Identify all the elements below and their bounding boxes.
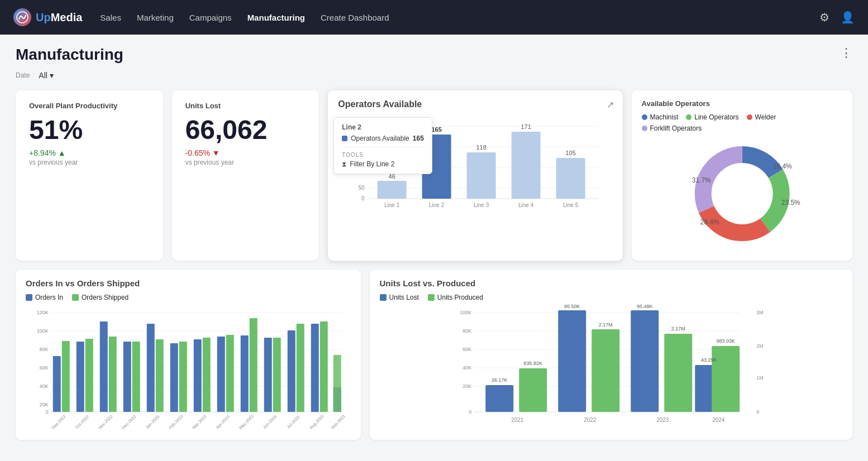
svg-text:100K: 100K <box>460 310 471 315</box>
units-lost-card: Units Lost 66,062 -0.65% ▼ vs previous y… <box>172 90 319 261</box>
settings-icon[interactable]: ⚙ <box>819 11 829 24</box>
svg-rect-35 <box>53 356 61 412</box>
productivity-sub: vs previous year <box>29 159 150 166</box>
units-lost-produced-title: Units Lost vs. Produced <box>380 278 843 288</box>
bar-group-nov2022: Nov-2022 <box>97 321 116 430</box>
orders-shipped-label: Orders Shipped <box>82 294 128 301</box>
forklift-label: Forklift Operators <box>650 124 702 132</box>
svg-text:26.17K: 26.17K <box>491 377 507 383</box>
bar-line4[interactable] <box>512 132 541 199</box>
units-lost-produced-legend: Units Lost Units Produced <box>380 294 843 301</box>
svg-rect-96 <box>558 310 586 412</box>
page-title: Manufacturing <box>16 46 123 64</box>
legend-orders-in: Orders In <box>26 294 63 301</box>
svg-text:95.48K: 95.48K <box>636 304 652 309</box>
svg-rect-44 <box>123 342 131 412</box>
svg-text:3M: 3M <box>756 310 764 315</box>
orders-legend: Orders In Orders Shipped <box>26 294 351 301</box>
page-menu-icon[interactable]: ⋮ <box>840 46 852 60</box>
filter-value[interactable]: All ▾ <box>39 71 54 80</box>
units-bar-chart-svg: 100K 80K 60K 40K 20K 0 3M 2M 1M 0 <box>380 306 843 429</box>
svg-text:40K: 40K <box>40 383 49 389</box>
filter-icon: ⧗ <box>342 160 346 168</box>
nav-manufacturing[interactable]: Manufacturing <box>247 13 305 22</box>
svg-text:95.50K: 95.50K <box>564 304 580 309</box>
bar-group-2024: 43.29K 983.03K 2024 <box>695 338 740 423</box>
svg-text:Sep-2023: Sep-2023 <box>330 414 346 430</box>
nav-create-dashboard[interactable]: Create Dashboard <box>321 13 389 22</box>
bar-group-jan2023: Jan-2023 <box>145 324 164 430</box>
expand-icon[interactable]: ↗ <box>607 99 614 110</box>
svg-rect-51 <box>179 342 187 412</box>
bar-group-sep2022: Sep-2022 <box>50 341 69 430</box>
orders-shipped-sq <box>72 294 79 301</box>
orders-in-label: Orders In <box>35 294 63 301</box>
svg-text:Line 3: Line 3 <box>474 202 489 208</box>
productivity-delta: +8.94% ▲ <box>29 148 150 157</box>
tooltip-legend-row: Operators Available 165 <box>342 135 424 142</box>
donut-legend: Machinist Line Operators Welder Forklift… <box>642 113 842 132</box>
bar-line1[interactable] <box>378 181 407 199</box>
svg-rect-39 <box>85 339 93 412</box>
nav-sales[interactable]: Sales <box>100 13 121 22</box>
svg-text:2024: 2024 <box>712 417 725 423</box>
svg-rect-59 <box>241 335 249 412</box>
tooltip-tools: TOOLS ⧗ Filter By Line 2 <box>342 147 424 168</box>
welder-dot <box>747 114 752 120</box>
svg-rect-69 <box>320 321 328 412</box>
bar-group-may2023: May-2023 <box>238 318 257 430</box>
svg-text:Line 5: Line 5 <box>563 202 579 208</box>
legend-forklift: Forklift Operators <box>642 124 702 132</box>
nav-marketing[interactable]: Marketing <box>137 13 174 22</box>
svg-text:Jan-2023: Jan-2023 <box>145 414 160 430</box>
svg-rect-91 <box>485 385 513 412</box>
machinist-dot <box>642 114 647 120</box>
svg-rect-54 <box>203 338 211 412</box>
svg-rect-97 <box>592 329 619 412</box>
svg-text:165: 165 <box>432 126 442 133</box>
units-produced-sq <box>428 294 435 301</box>
svg-text:Dec-2022: Dec-2022 <box>121 414 137 430</box>
units-lost-value: 66,062 <box>185 116 306 145</box>
line-operators-label: Line Operators <box>694 113 738 121</box>
units-lost-sq <box>380 294 387 301</box>
orders-in-sq <box>26 294 32 301</box>
svg-rect-66 <box>297 324 304 412</box>
svg-text:Apr-2023: Apr-2023 <box>215 414 231 430</box>
bar-group-aug2023: Aug-2023 <box>308 321 327 430</box>
svg-text:0: 0 <box>361 195 365 201</box>
line-operators-dot <box>686 114 691 120</box>
bar-line3[interactable] <box>467 152 496 199</box>
svg-text:1M: 1M <box>756 375 764 381</box>
tooltip-legend-label: Operators Available <box>351 135 409 142</box>
machinist-label: Machinist <box>650 113 679 121</box>
bar-group-mar2023: Mar-2023 <box>191 338 210 430</box>
user-icon[interactable]: 👤 <box>841 11 855 24</box>
svg-text:171: 171 <box>521 123 531 130</box>
svg-rect-42 <box>109 337 117 412</box>
logo[interactable]: UpMedia <box>13 8 82 26</box>
bar-line5[interactable] <box>556 158 585 199</box>
units-lost-produced-card: Units Lost vs. Produced Units Lost Units… <box>370 270 853 440</box>
svg-text:43.29K: 43.29K <box>700 357 717 363</box>
svg-rect-101 <box>631 310 659 412</box>
svg-text:2.17M: 2.17M <box>598 322 612 328</box>
filter-row: Date All ▾ <box>16 70 852 80</box>
bar-group-oct2022: Oct-2022 <box>74 339 93 430</box>
nav-campaigns[interactable]: Campaigns <box>189 13 232 22</box>
operators-available-card: Operators Available ↗ Line 2 Operators A… <box>328 90 622 261</box>
filter-label-text: Filter By Line 2 <box>350 160 394 168</box>
filter-tool-row[interactable]: ⧗ Filter By Line 2 <box>342 160 424 168</box>
svg-rect-102 <box>664 334 692 412</box>
svg-text:80K: 80K <box>462 328 471 334</box>
svg-rect-45 <box>132 342 140 412</box>
tooltip-dot <box>342 136 347 141</box>
tooltip-legend-value: 165 <box>413 135 424 142</box>
nav-links: Sales Marketing Campaigns Manufacturing … <box>100 13 802 22</box>
operators-tooltip: Line 2 Operators Available 165 TOOLS ⧗ F… <box>333 117 432 174</box>
svg-text:50: 50 <box>359 185 365 191</box>
svg-text:2021: 2021 <box>511 417 524 423</box>
svg-text:Mar-2023: Mar-2023 <box>191 414 207 430</box>
donut-chart: 16.4% 23.5% 28.4% 31.7% <box>642 138 842 249</box>
page-header: Manufacturing ⋮ <box>16 46 852 64</box>
